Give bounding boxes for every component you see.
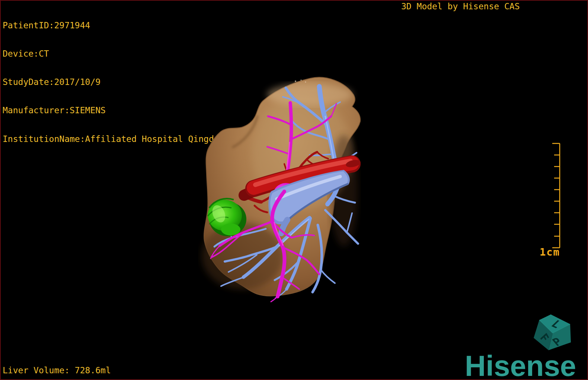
scale-bar-label: 1cm xyxy=(540,246,560,258)
watermark-title: 3D Model by Hisense CAS xyxy=(401,2,520,11)
brand-wordmark: Hisense xyxy=(465,351,576,380)
viewer-window: PatientID:2971944 Device:CT StudyDate:20… xyxy=(0,0,588,380)
scale-bar-ticks xyxy=(552,143,560,248)
liver-3d-model xyxy=(198,68,365,303)
patient-id-line: PatientID:2971944 xyxy=(3,21,291,30)
scale-bar xyxy=(537,141,566,253)
liver-volume-readout: Liver Volume: 728.6ml xyxy=(3,366,111,375)
device-line: Device:CT xyxy=(3,49,291,58)
render-viewport[interactable] xyxy=(198,68,365,303)
